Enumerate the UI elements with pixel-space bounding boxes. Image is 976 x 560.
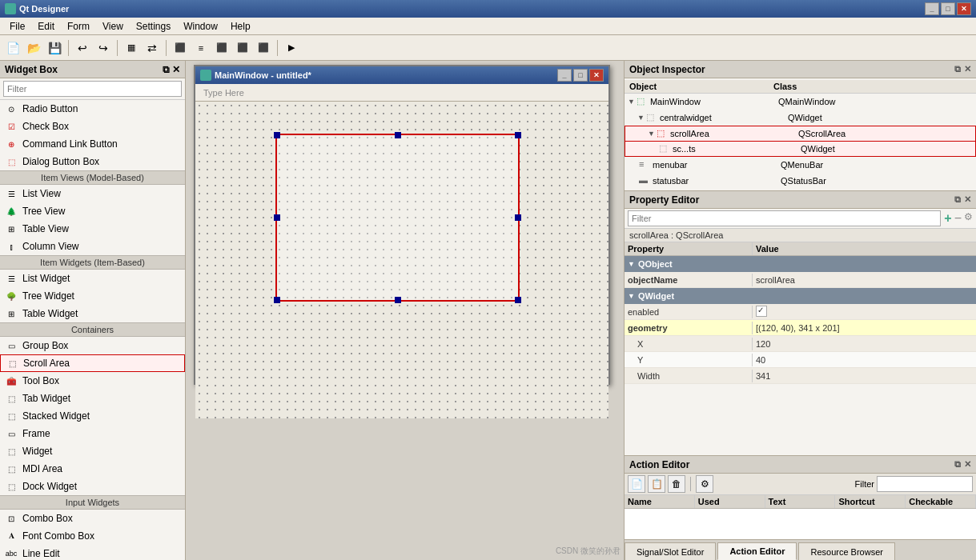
menubar-name: menubar	[653, 160, 781, 170]
property-filter-input[interactable]	[628, 210, 941, 226]
open-button[interactable]: 📂	[24, 38, 43, 58]
undo-button[interactable]: ↩	[73, 38, 92, 58]
obj-row-scrollarea[interactable]: ▼ ⬚ scrollArea QScrollArea	[625, 126, 976, 142]
widget-item-mdi-area[interactable]: ⬚ MDI Area	[0, 460, 185, 478]
widget-item-command-link-button[interactable]: ⊕ Command Link Button	[0, 135, 185, 153]
menu-window[interactable]: Window	[177, 19, 224, 34]
bottom-tabs: Signal/Slot Editor Action Editor Resourc…	[625, 539, 976, 560]
prop-editor-close-icon[interactable]: ✕	[964, 194, 971, 205]
align-right-button[interactable]: ⬛	[212, 38, 231, 58]
settings-property-icon[interactable]: ⚙	[964, 211, 973, 226]
type-here-label[interactable]: Type Here	[199, 86, 249, 99]
object-inspector-header: Object Inspector ⧉ ✕	[625, 61, 976, 78]
action-copy-button[interactable]: 📋	[648, 475, 665, 493]
obj-row-mainwindow[interactable]: ▼ ⬚ MainWindow QMainWindow	[625, 94, 976, 110]
new-button[interactable]: 📄	[3, 38, 22, 58]
add-property-icon[interactable]: +	[944, 211, 951, 226]
widget-item-stacked-widget[interactable]: ⬚ Stacked Widget	[0, 407, 185, 425]
widget-item-font-combo-box[interactable]: 𝐀 Font Combo Box	[0, 527, 185, 545]
menu-settings[interactable]: Settings	[130, 19, 177, 34]
widget-item-dialog-button-box[interactable]: ⬚ Dialog Button Box	[0, 153, 185, 170]
align-left-button[interactable]: ⬛	[171, 38, 190, 58]
prop-row-geometry[interactable]: geometry [(120, 40), 341 x 201]	[625, 320, 976, 336]
close-button[interactable]: ✕	[957, 2, 971, 15]
widget-item-check-box[interactable]: ☑ Check Box	[0, 118, 185, 135]
minimize-button[interactable]: _	[925, 2, 939, 15]
preview-button[interactable]: ▶	[282, 38, 301, 58]
menu-file[interactable]: File	[3, 19, 31, 34]
widget-box-close-icon[interactable]: ✕	[172, 64, 180, 75]
menu-help[interactable]: Help	[224, 19, 257, 34]
tab-action-editor[interactable]: Action Editor	[717, 542, 797, 560]
obj-row-statusbar[interactable]: ▬ statusbar QStatusBar	[625, 173, 976, 189]
scrollareawidget-class: QWidget	[801, 144, 975, 154]
toolbar-sep-4	[277, 40, 278, 56]
widget-mode-button[interactable]: ▦	[122, 38, 141, 58]
object-inspector-header-icons: ⧉ ✕	[954, 64, 971, 74]
widget-item-list-view[interactable]: ☰ List View	[0, 185, 185, 202]
prop-row-enabled[interactable]: enabled	[625, 304, 976, 320]
prop-editor-float-icon[interactable]: ⧉	[954, 194, 961, 205]
prop-row-objectname[interactable]: objectName scrollArea	[625, 272, 976, 288]
widget-item-tree-widget[interactable]: 🌳 Tree Widget	[0, 287, 185, 305]
widget-item-scroll-area[interactable]: ⬚ Scroll Area	[0, 354, 185, 372]
enabled-checkbox[interactable]	[756, 306, 767, 317]
action-editor-float-icon[interactable]: ⧉	[954, 459, 961, 470]
menu-form[interactable]: Form	[61, 19, 96, 34]
action-delete-button[interactable]: 🗑	[668, 475, 685, 493]
widget-item-dock-widget[interactable]: ⬚ Dock Widget	[0, 478, 185, 495]
obj-inspector-float-icon[interactable]: ⧉	[954, 64, 961, 74]
obj-row-scrollareawidget[interactable]: ⬚ sc...ts QWidget	[625, 141, 976, 157]
inner-minimize-button[interactable]: _	[557, 69, 572, 82]
prop-val-y: 40	[753, 354, 976, 366]
tab-resource-browser[interactable]: Resource Browser	[798, 542, 894, 560]
align-center-button[interactable]: ≡	[191, 38, 211, 58]
widget-item-table-widget[interactable]: ⊞ Table Widget	[0, 305, 185, 322]
save-button[interactable]: 💾	[45, 38, 64, 58]
action-body	[625, 509, 976, 539]
menu-view[interactable]: View	[96, 19, 130, 34]
widget-box-filter-input[interactable]	[3, 81, 182, 97]
widget-box-filter-bar	[0, 78, 185, 100]
connection-mode-button[interactable]: ⇄	[143, 38, 162, 58]
scrollareawidget-name: sc...ts	[673, 144, 801, 154]
widget-item-radio-button[interactable]: ⊙ Radio Button	[0, 100, 185, 118]
widget-item-combo-box[interactable]: ⊡ Combo Box	[0, 510, 185, 527]
align-top-button[interactable]: ⬛	[233, 38, 252, 58]
widget-item-tab-widget[interactable]: ⬚ Tab Widget	[0, 390, 185, 407]
redo-button[interactable]: ↪	[94, 38, 113, 58]
widget-item-list-widget[interactable]: ☰ List Widget	[0, 270, 185, 287]
widget-box-float-icon[interactable]: ⧉	[163, 64, 170, 75]
widget-item-frame[interactable]: ▭ Frame	[0, 425, 185, 442]
obj-inspector-close-icon[interactable]: ✕	[964, 64, 971, 74]
centralwidget-class: QWidget	[788, 113, 976, 122]
widget-item-group-box[interactable]: ▭ Group Box	[0, 337, 185, 354]
maximize-button[interactable]: □	[941, 2, 955, 15]
obj-row-centralwidget[interactable]: ▼ ⬚ centralwidget QWidget	[625, 110, 976, 126]
prop-row-x[interactable]: X 120	[625, 336, 976, 352]
minus-property-icon[interactable]: −	[954, 211, 962, 226]
align-bottom-button[interactable]: ⬛	[254, 38, 273, 58]
menu-edit[interactable]: Edit	[31, 19, 61, 34]
scroll-area-selected-widget[interactable]	[275, 134, 520, 302]
table-view-icon: ⊞	[5, 222, 18, 235]
tab-signal-slot-editor[interactable]: Signal/Slot Editor	[625, 542, 716, 560]
widget-item-table-view[interactable]: ⊞ Table View	[0, 220, 185, 238]
widget-item-tree-view[interactable]: 🌲 Tree View	[0, 202, 185, 220]
prop-row-y[interactable]: Y 40	[625, 352, 976, 368]
inner-maximize-button[interactable]: □	[573, 69, 588, 82]
widget-item-column-view[interactable]: ⫿ Column View	[0, 238, 185, 255]
prop-row-width[interactable]: Width 341	[625, 368, 976, 384]
action-new-button[interactable]: 📄	[628, 475, 645, 493]
widget-item-widget[interactable]: ⬚ Widget	[0, 442, 185, 460]
widget-item-tool-box[interactable]: 🧰 Tool Box	[0, 372, 185, 390]
inner-close-button[interactable]: ✕	[589, 69, 604, 82]
column-view-icon: ⫿	[5, 240, 18, 253]
obj-row-menubar[interactable]: ≡ menubar QMenuBar	[625, 157, 976, 173]
inner-menu-bar: Type Here	[195, 84, 608, 102]
action-settings-button[interactable]: ⚙	[696, 475, 713, 493]
action-editor-close-icon[interactable]: ✕	[964, 459, 971, 470]
widget-item-line-edit[interactable]: abc Line Edit	[0, 545, 185, 560]
action-filter-input[interactable]	[877, 476, 973, 492]
design-canvas[interactable]	[195, 102, 608, 418]
